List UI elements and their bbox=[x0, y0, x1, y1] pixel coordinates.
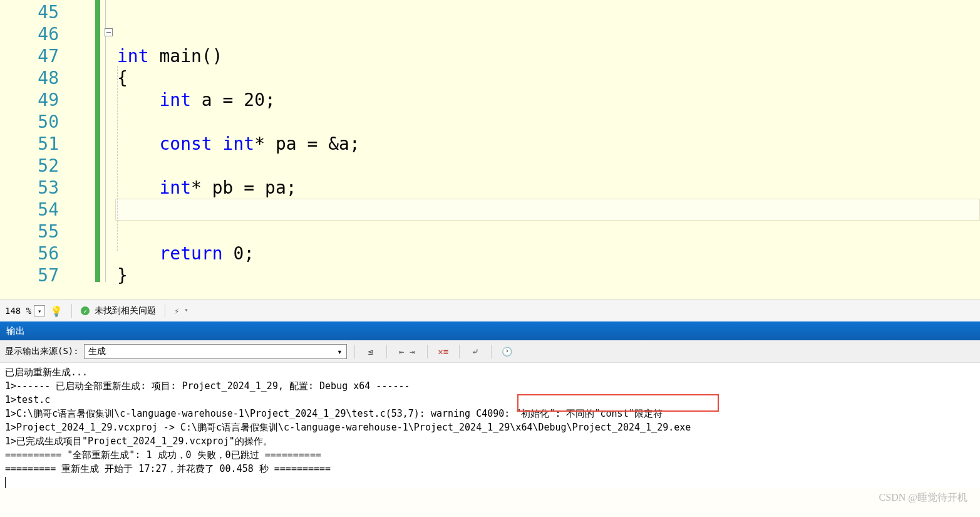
code-line[interactable] bbox=[115, 199, 980, 221]
editor-status-bar: 148 % ▾ 💡 ✓ 未找到相关问题 ⚡ ▾ bbox=[0, 300, 980, 321]
line-number: 54 bbox=[0, 199, 59, 221]
output-source-value: 生成 bbox=[88, 346, 106, 357]
output-line: 1>------ 已启动全部重新生成: 项目: Project_2024_1_2… bbox=[5, 379, 975, 393]
csdn-watermark: CSDN @睡觉待开机 bbox=[879, 491, 967, 504]
line-number: 53 bbox=[0, 177, 59, 199]
line-number: 48 bbox=[0, 67, 59, 89]
line-number-gutter: 45464748495051525354555657 bbox=[0, 0, 70, 300]
chevron-down-icon[interactable]: ▾ bbox=[34, 305, 45, 316]
line-number: 57 bbox=[0, 264, 59, 286]
separator bbox=[71, 304, 72, 318]
wand-icon[interactable]: ⚡ bbox=[174, 306, 179, 316]
output-source-select[interactable]: 生成 ▾ bbox=[84, 344, 347, 359]
wrap-icon[interactable]: ⤶ bbox=[467, 344, 483, 359]
chevron-down-icon[interactable]: ▾ bbox=[185, 306, 193, 315]
code-line[interactable]: const int* pa = &a; bbox=[70, 133, 980, 155]
output-cursor bbox=[5, 477, 6, 488]
code-line[interactable] bbox=[70, 23, 980, 45]
separator bbox=[165, 304, 165, 318]
clear-output-icon[interactable]: ⊴ bbox=[363, 344, 379, 359]
output-panel-titlebar: 输出 bbox=[0, 321, 980, 340]
zoom-control[interactable]: 148 % ▾ bbox=[5, 305, 45, 316]
collapse-toggle-icon[interactable] bbox=[105, 28, 113, 36]
code-line[interactable]: int* pb = pa; bbox=[70, 177, 980, 199]
output-line: 1>test.c bbox=[5, 393, 975, 407]
output-line: 1>Project_2024_1_29.vcxproj -> C:\鹏哥c语言暑… bbox=[5, 420, 975, 434]
check-circle-icon: ✓ bbox=[81, 306, 90, 315]
code-line[interactable]: { bbox=[70, 67, 980, 89]
code-line[interactable] bbox=[70, 111, 980, 133]
chevron-down-icon: ▾ bbox=[337, 347, 342, 357]
separator bbox=[386, 345, 387, 358]
separator bbox=[459, 345, 460, 358]
line-number: 45 bbox=[0, 1, 59, 23]
output-content[interactable]: 已启动重新生成...1>------ 已启动全部重新生成: 项目: Projec… bbox=[0, 363, 980, 488]
code-line[interactable] bbox=[70, 221, 980, 243]
output-toolbar: 显示输出来源(S): 生成 ▾ ⊴ ⇤ ⇥ ✕≡ ⤶ 🕐 bbox=[0, 340, 980, 363]
issues-status-text: 未找到相关问题 bbox=[95, 305, 156, 316]
code-content[interactable]: int main(){ int a = 20; const int* pa = … bbox=[70, 0, 980, 300]
output-line: 1>已完成生成项目"Project_2024_1_29.vcxproj"的操作。 bbox=[5, 434, 975, 448]
output-line: ========= 重新生成 开始于 17:27，并花费了 00.458 秒 =… bbox=[5, 462, 975, 476]
output-line: 1>C:\鹏哥c语言暑假集训\c-language-warehouse-1\Pr… bbox=[5, 407, 975, 420]
separator bbox=[427, 345, 428, 358]
indent-icons[interactable]: ⇤ ⇥ bbox=[395, 344, 420, 359]
warning-highlight-box bbox=[517, 394, 719, 412]
code-editor[interactable]: 45464748495051525354555657 int main(){ i… bbox=[0, 0, 980, 300]
indent-guide bbox=[117, 66, 118, 251]
folding-border bbox=[105, 0, 106, 282]
line-number: 51 bbox=[0, 133, 59, 155]
change-indicator-bar bbox=[95, 0, 100, 282]
code-line[interactable]: int a = 20; bbox=[70, 89, 980, 111]
output-line: 已启动重新生成... bbox=[5, 365, 975, 379]
line-number: 52 bbox=[0, 155, 59, 177]
code-line[interactable]: int main() bbox=[70, 45, 980, 67]
clock-icon[interactable]: 🕐 bbox=[499, 344, 515, 359]
cancel-icon[interactable]: ✕≡ bbox=[435, 344, 451, 359]
code-line[interactable]: } bbox=[70, 264, 980, 286]
separator bbox=[354, 345, 355, 358]
output-title: 输出 bbox=[6, 325, 25, 337]
line-number: 50 bbox=[0, 111, 59, 133]
output-line: ========== "全部重新生成": 1 成功，0 失败，0已跳过 ====… bbox=[5, 448, 975, 462]
line-number: 46 bbox=[0, 23, 59, 45]
zoom-level: 148 % bbox=[5, 306, 31, 316]
line-number: 47 bbox=[0, 45, 59, 67]
code-line[interactable] bbox=[70, 1, 980, 23]
code-line[interactable] bbox=[70, 155, 980, 177]
separator bbox=[491, 345, 492, 358]
line-number: 56 bbox=[0, 243, 59, 264]
code-line[interactable]: return 0; bbox=[70, 243, 980, 264]
line-number: 55 bbox=[0, 221, 59, 243]
line-number: 49 bbox=[0, 89, 59, 111]
output-source-label: 显示输出来源(S): bbox=[5, 346, 79, 357]
lightbulb-icon[interactable]: 💡 bbox=[50, 305, 63, 317]
